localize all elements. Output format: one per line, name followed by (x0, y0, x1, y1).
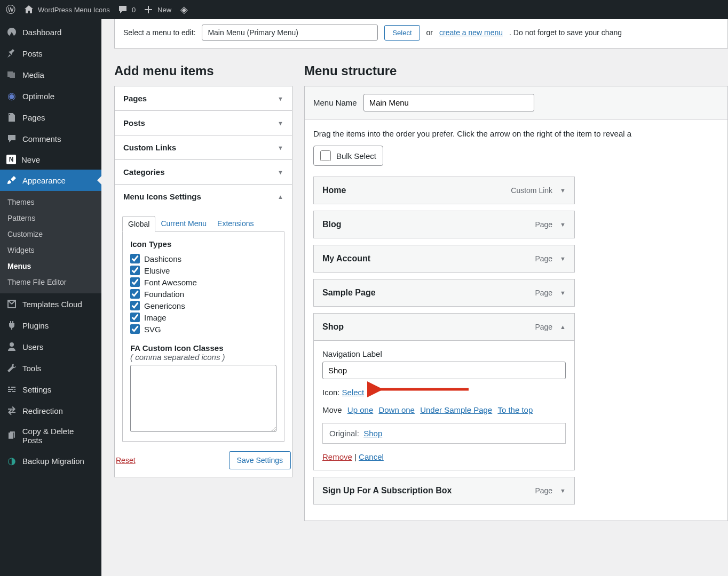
topbar-extra-icon[interactable]: ◈ (179, 4, 189, 15)
sidebar-item-users[interactable]: Users (0, 336, 101, 357)
submenu-theme-file-editor[interactable]: Theme File Editor (0, 274, 101, 290)
sidebar-item-tools[interactable]: Tools (0, 357, 101, 379)
original-link[interactable]: Shop (363, 429, 382, 438)
tab-current-menu[interactable]: Current Menu (155, 216, 212, 231)
sidebar-item-templates-cloud[interactable]: Templates Cloud (0, 293, 101, 315)
move-down-link[interactable]: Down one (378, 405, 415, 414)
sidebar-item-pages[interactable]: Pages (0, 107, 101, 128)
select-button[interactable]: Select (384, 25, 420, 41)
new-link[interactable]: New (143, 4, 171, 15)
checkbox-image[interactable] (130, 313, 140, 322)
sidebar-item-appearance[interactable]: Appearance (0, 170, 101, 191)
menu-item-header[interactable]: Home Custom Link▼ (314, 177, 574, 204)
accordion-custom-links[interactable]: Custom Links▼ (115, 135, 292, 159)
menu-name-row: Menu Name (305, 86, 727, 119)
chevron-down-icon: ▼ (560, 187, 566, 194)
add-menu-items-column: Add menu items Pages▼ Posts▼ Custom Link… (114, 63, 292, 521)
checkbox-foundation[interactable] (130, 289, 140, 299)
checkbox-label: Genericons (144, 301, 185, 310)
icon-select-row: Icon: Select (322, 388, 566, 397)
sidebar-item-label: Backup Migration (22, 457, 84, 466)
remove-link[interactable]: Remove (322, 452, 352, 461)
sidebar-item-label: Media (22, 70, 44, 79)
accordion-pages[interactable]: Pages▼ (115, 86, 292, 110)
comments-icon (6, 133, 17, 144)
chevron-down-icon: ▼ (560, 221, 566, 228)
comments-link[interactable]: 0 (117, 4, 136, 15)
checkbox-label: Image (144, 313, 167, 322)
sidebar-item-label: Users (22, 342, 43, 351)
fa-classes-textarea[interactable] (130, 365, 276, 432)
submenu-menus[interactable]: Menus (0, 258, 101, 274)
bulk-select-label: Bulk Select (336, 151, 376, 161)
tab-extensions[interactable]: Extensions (212, 216, 259, 231)
accordion-posts[interactable]: Posts▼ (115, 110, 292, 135)
sidebar-item-optimole[interactable]: ◉Optimole (0, 85, 101, 107)
menu-item-header[interactable]: Blog Page▼ (314, 211, 574, 238)
menu-item-type: Page (535, 289, 552, 297)
sidebar-item-plugins[interactable]: Plugins (0, 315, 101, 336)
menu-item-body: Navigation Label Icon: Select Move Up on… (314, 340, 574, 470)
tab-panel-global: Icon Types Dashicons Elusive Font Awesom… (122, 232, 284, 442)
accordion-menu-icons[interactable]: Menu Icons Settings▲ (115, 184, 292, 209)
checkbox-dashicons[interactable] (130, 254, 140, 263)
icon-select-link[interactable]: Select (342, 388, 365, 397)
sidebar-item-neve[interactable]: NNeve (0, 149, 101, 170)
nav-label-label: Navigation Label (322, 349, 566, 358)
menu-item-type: Custom Link (511, 186, 552, 195)
create-menu-link[interactable]: create a new menu (439, 28, 503, 37)
reset-link[interactable]: Reset (116, 456, 136, 465)
sidebar-item-backup[interactable]: ◑Backup Migration (0, 450, 101, 471)
menu-item-header[interactable]: My Account Page▼ (314, 245, 574, 272)
sidebar-item-media[interactable]: Media (0, 64, 101, 85)
nav-label-input[interactable] (322, 362, 566, 379)
menu-item: Home Custom Link▼ (313, 177, 575, 204)
menu-item-title: Blog (322, 220, 342, 229)
menu-item-header[interactable]: Sample Page Page▼ (314, 279, 574, 306)
checkbox-label: Font Awesome (144, 278, 197, 287)
menu-item-title: My Account (322, 254, 370, 263)
menu-structure-column: Menu structure Menu Name Drag the items … (304, 63, 728, 521)
move-top-link[interactable]: To the top (497, 405, 533, 414)
checkbox-genericons[interactable] (130, 301, 140, 310)
sidebar-item-copy-delete[interactable]: Copy & Delete Posts (0, 421, 101, 450)
site-home[interactable]: WordPress Menu Icons (23, 4, 110, 15)
bulk-select-checkbox[interactable] (320, 150, 331, 161)
accordion-categories[interactable]: Categories▼ (115, 159, 292, 184)
submenu-themes[interactable]: Themes (0, 194, 101, 210)
menu-item-header[interactable]: Sign Up For A Subscription Box Page▼ (314, 477, 574, 504)
chevron-down-icon: ▼ (560, 255, 566, 262)
accordion-label: Menu Icons Settings (123, 192, 201, 201)
sidebar-item-dashboard[interactable]: Dashboard (0, 21, 101, 43)
admin-sidebar: Dashboard Posts Media ◉Optimole Pages Co… (0, 19, 101, 576)
menu-item-header[interactable]: Shop Page▲ (314, 314, 574, 340)
backup-icon: ◑ (6, 455, 17, 466)
submenu-customize[interactable]: Customize (0, 226, 101, 242)
sidebar-item-posts[interactable]: Posts (0, 43, 101, 64)
menu-name-input[interactable] (363, 94, 534, 111)
remove-cancel-row: Remove | Cancel (322, 452, 566, 461)
save-settings-button[interactable]: Save Settings (229, 451, 291, 469)
wp-logo[interactable]: ⓦ (5, 4, 16, 15)
menu-dropdown[interactable]: Main Menu (Primary Menu) (202, 25, 378, 41)
redirect-icon (6, 405, 17, 416)
sidebar-item-label: Tools (22, 364, 41, 373)
move-up-link[interactable]: Up one (347, 405, 373, 414)
cancel-link[interactable]: Cancel (359, 452, 384, 461)
tab-global[interactable]: Global (122, 216, 155, 232)
chevron-down-icon: ▼ (278, 169, 283, 175)
checkbox-fontawesome[interactable] (130, 277, 140, 287)
checkbox-svg[interactable] (130, 324, 140, 334)
submenu-patterns[interactable]: Patterns (0, 210, 101, 226)
submenu-widgets[interactable]: Widgets (0, 242, 101, 258)
bulk-select-toggle[interactable]: Bulk Select (313, 146, 383, 166)
move-under-link[interactable]: Under Sample Page (420, 405, 492, 414)
sidebar-item-redirection[interactable]: Redirection (0, 400, 101, 421)
pin-icon (6, 48, 17, 59)
checkbox-label: SVG (144, 325, 161, 334)
checkbox-elusive[interactable] (130, 266, 140, 275)
sliders-icon (6, 384, 17, 395)
sidebar-item-comments[interactable]: Comments (0, 128, 101, 149)
sidebar-item-settings[interactable]: Settings (0, 379, 101, 400)
menu-item-title: Home (322, 186, 346, 195)
